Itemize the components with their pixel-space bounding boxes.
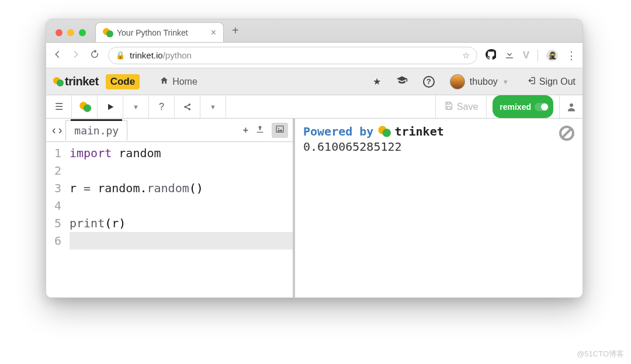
caret-down-icon: ▼ [502,78,509,85]
powered-label: Powered by [303,124,373,138]
trinket-logo-icon [53,77,63,86]
editor-toolbar: ☰ ▼ ? ▼ Save remixed [46,95,583,119]
sign-out-label: Sign Out [539,77,575,87]
prev-file-button[interactable]: ‹ [52,123,56,137]
home-icon [160,76,169,88]
file-tab[interactable]: main.py [65,120,127,141]
trinket-mode-button[interactable] [72,95,98,118]
save-label: Save [457,102,478,112]
trinket-favicon [103,28,112,37]
code-lines: import randomr = random.random()print(r) [66,142,293,297]
profile-avatar-icon[interactable]: 🥷 [546,50,558,61]
line-gutter: 123456 [46,142,66,297]
remixed-toggle[interactable]: remixed [493,95,553,118]
save-icon [444,101,453,113]
output-pane: Powered by trinket 0.610065285122 [295,119,583,297]
minimize-window-icon[interactable] [67,29,74,36]
graduation-cap-icon[interactable] [396,75,408,89]
tab-strip: Your Python Trinket × + [46,19,583,43]
share-button[interactable] [175,95,200,118]
code-editor[interactable]: 123456 import randomr = random.random()p… [46,142,293,297]
sign-out-link[interactable]: Sign Out [526,76,575,88]
tab-title: Your Python Trinket [117,28,188,37]
url-input[interactable]: 🔒 trinket.io/python ☆ [108,47,477,64]
add-file-button[interactable]: + [243,125,248,136]
share-dropdown[interactable]: ▼ [200,95,226,118]
reload-button[interactable] [89,49,100,62]
browser-tab[interactable]: Your Python Trinket × [95,22,224,42]
file-name: main.py [74,124,119,137]
watermark: @51CTO博客 [577,349,624,359]
brand-logo[interactable]: trinket [53,75,99,88]
upload-button[interactable] [255,124,265,136]
nav-forward-button[interactable] [71,49,81,62]
divider [538,50,538,61]
download-icon[interactable] [504,49,515,62]
toggle-icon [535,103,549,111]
home-label: Home [172,77,197,87]
star-icon[interactable]: ★ [373,76,381,87]
next-file-button[interactable]: › [58,123,63,137]
code-badge: Code [106,74,140,89]
output-brand: trinket [394,124,443,138]
vue-icon[interactable]: V [523,50,529,61]
help-button[interactable]: ? [149,95,175,118]
extensions-area: V 🥷 ⋮ [486,49,577,62]
menu-button[interactable]: ☰ [46,95,72,118]
output-value: 0.610065285122 [303,140,574,154]
editor-tab-bar: ‹ › main.py + [46,119,293,142]
trinket-output-icon [379,126,390,137]
trinket-icon [79,102,90,112]
lock-icon: 🔒 [116,51,125,60]
address-bar: 🔒 trinket.io/python ☆ V 🥷 ⋮ [46,43,583,68]
powered-by: Powered by trinket [303,124,574,138]
new-tab-button[interactable]: + [224,24,247,42]
image-button[interactable] [272,123,288,138]
run-dropdown[interactable]: ▼ [123,95,149,118]
browser-menu-icon[interactable]: ⋮ [566,49,577,62]
username: thuboy [470,77,498,87]
site-header: trinket Code Home ★ ? thuboy ▼ Sign Out [46,68,583,95]
window-controls [53,29,89,42]
nav-back-button[interactable] [52,49,63,62]
close-window-icon[interactable] [56,29,63,36]
svg-point-5 [278,127,279,129]
home-link[interactable]: Home [160,76,197,88]
maximize-window-icon[interactable] [79,29,86,36]
user-icon-button[interactable] [559,95,583,118]
browser-window: Your Python Trinket × + 🔒 trinket.io/pyt… [46,19,583,298]
user-avatar-icon [450,74,465,89]
panes: ‹ › main.py + 123456 impo [46,119,583,297]
run-button[interactable] [98,95,123,118]
help-icon[interactable]: ? [423,76,435,88]
url-path: /python [163,50,192,60]
close-tab-icon[interactable]: × [211,27,216,38]
bookmark-star-icon[interactable]: ☆ [462,50,470,61]
github-icon[interactable] [486,49,496,62]
sign-out-icon [526,76,536,88]
brand-name: trinket [65,75,99,88]
editor-pane: ‹ › main.py + 123456 impo [46,119,295,297]
save-button[interactable]: Save [436,95,487,118]
svg-point-3 [570,103,573,107]
url-host: trinket.io [130,50,163,60]
user-menu[interactable]: thuboy ▼ [450,74,509,89]
remixed-label: remixed [500,102,531,112]
stop-icon[interactable] [559,126,574,141]
